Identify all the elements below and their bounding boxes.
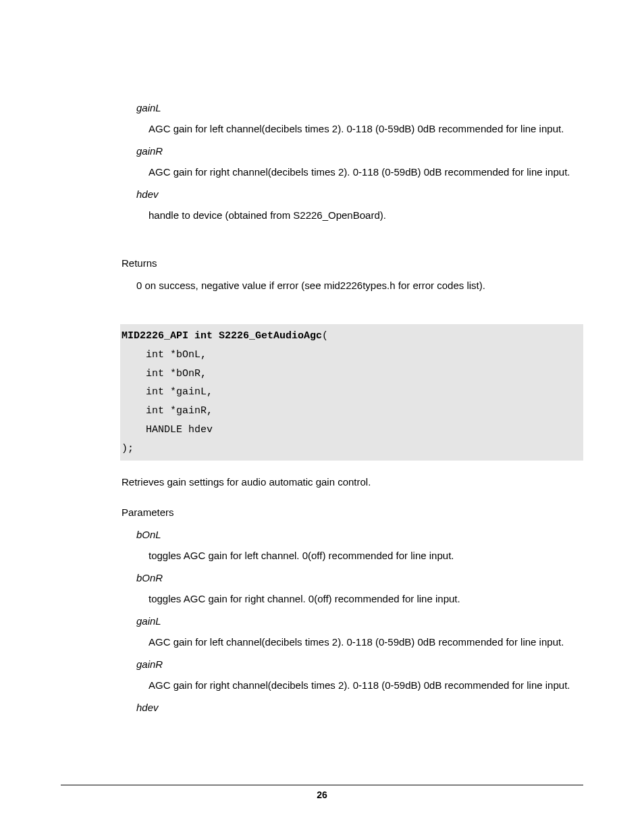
param-name-hdev2: hdev <box>136 698 583 716</box>
param-name-hdev: hdev <box>136 185 583 203</box>
returns-label: Returns <box>122 254 583 272</box>
page-footer: 26 <box>61 785 583 800</box>
param-desc-gainL: AGC gain for left channel(decibels times… <box>149 120 583 138</box>
param-group-gainR: gainR AGC gain for right channel(decibel… <box>122 142 583 181</box>
code-line: int *bOnR, <box>122 368 207 380</box>
code-line: int *gainR, <box>122 405 213 417</box>
param-group-bOnL: bOnL toggles AGC gain for left channel. … <box>122 525 583 565</box>
param-desc-bOnL: toggles AGC gain for left channel. 0(off… <box>149 546 583 565</box>
code-signature: MID2226_API int S2226_GetAudioAgc <box>122 330 322 342</box>
param-group-hdev: hdev handle to device (obtained from S22… <box>122 185 583 224</box>
code-line: HANDLE hdev <box>122 424 213 436</box>
param-group-gainL: gainL AGC gain for left channel(decibels… <box>122 99 583 138</box>
code-line: int *bOnL, <box>122 349 207 361</box>
param-group-hdev2: hdev <box>122 698 583 716</box>
param-group-gainR2: gainR AGC gain for right channel(decibel… <box>122 655 583 694</box>
param-desc-gainL2: AGC gain for left channel(decibels times… <box>149 633 583 651</box>
param-name-bOnL: bOnL <box>136 525 583 544</box>
param-name-gainL: gainL <box>136 99 583 117</box>
page-number: 26 <box>317 789 327 800</box>
param-desc-gainR2: AGC gain for right channel(decibels time… <box>149 676 583 694</box>
parameters-label: Parameters <box>122 503 583 521</box>
code-block: MID2226_API int S2226_GetAudioAgc( int *… <box>120 324 583 461</box>
param-name-gainR: gainR <box>136 142 583 160</box>
returns-desc: 0 on success, negative value if error (s… <box>136 276 583 294</box>
code-open-paren: ( <box>322 330 328 342</box>
param-group-gainL2: gainL AGC gain for left channel(decibels… <box>122 612 583 651</box>
param-group-bOnR: bOnR toggles AGC gain for right channel.… <box>122 569 583 608</box>
param-desc-hdev: handle to device (obtained from S2226_Op… <box>149 206 583 224</box>
code-line: ); <box>122 443 134 454</box>
param-desc-bOnR: toggles AGC gain for right channel. 0(of… <box>149 590 583 608</box>
function-description: Retrieves gain settings for audio automa… <box>122 473 583 491</box>
param-desc-gainR: AGC gain for right channel(decibels time… <box>149 163 583 181</box>
param-name-bOnR: bOnR <box>136 569 583 587</box>
param-name-gainR2: gainR <box>136 655 583 673</box>
page-content: gainL AGC gain for left channel(decibels… <box>0 0 644 757</box>
code-line: int *gainL, <box>122 386 213 398</box>
param-name-gainL2: gainL <box>136 612 583 630</box>
